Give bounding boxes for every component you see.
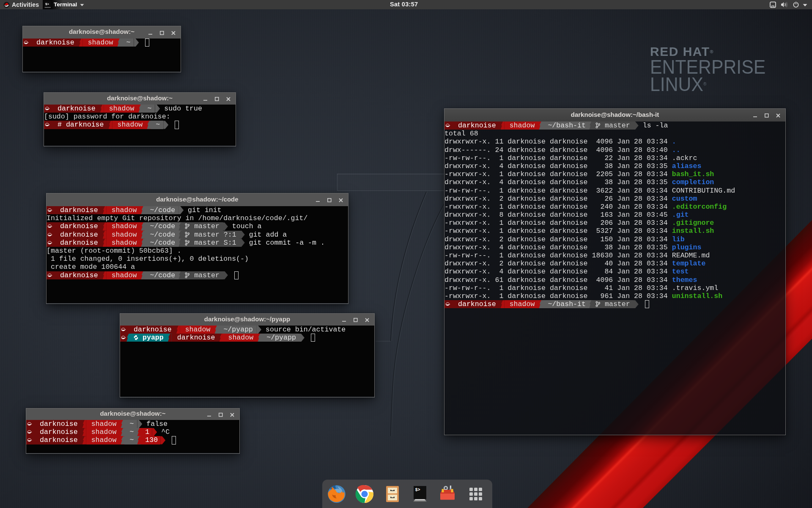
svg-text:$>: $>	[415, 488, 420, 492]
svg-text:$>: $>	[45, 3, 49, 6]
